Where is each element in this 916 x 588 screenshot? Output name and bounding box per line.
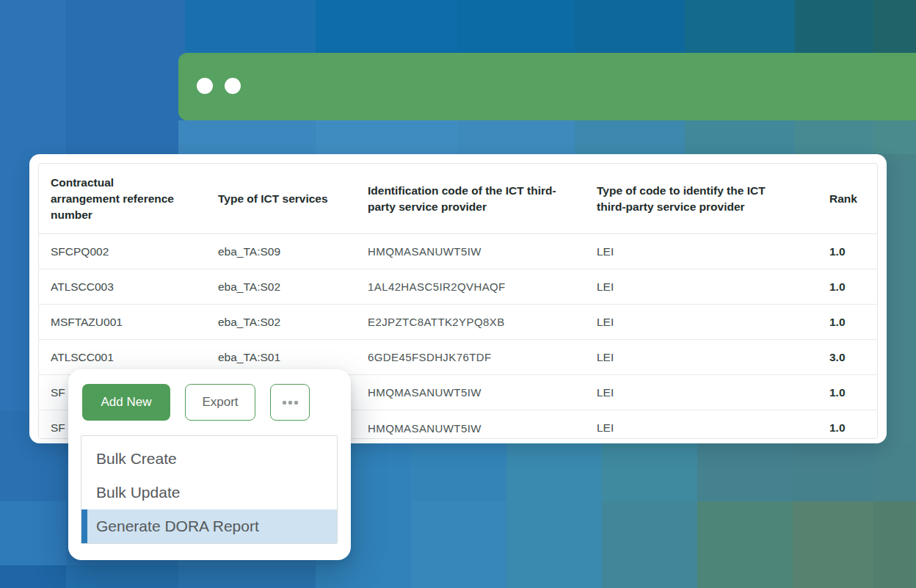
- menu-item-bulk-create[interactable]: Bulk Create: [81, 442, 337, 476]
- mosaic-tile: [685, 0, 795, 53]
- table-row[interactable]: ATLSCC003 eba_TA:S02 1AL42HASC5IR2QVHAQF…: [39, 269, 877, 305]
- ellipsis-icon: [283, 401, 286, 404]
- mosaic-tile: [602, 443, 697, 501]
- column-header: Type of code to identify the ICT third-p…: [597, 183, 829, 215]
- mosaic-tile: [873, 443, 916, 501]
- more-actions-button[interactable]: [270, 384, 310, 421]
- table-cell: ATLSCC001: [51, 351, 218, 364]
- mosaic-tile: [66, 0, 185, 53]
- mosaic-tile: [873, 0, 916, 53]
- column-header: Contractual arrangement reference number: [51, 175, 218, 223]
- table-cell: 1AL42HASC5IR2QVHAQF: [368, 280, 597, 293]
- more-actions-menu: Bulk Create Bulk Update Generate DORA Re…: [81, 435, 338, 544]
- mosaic-tile: [457, 0, 575, 53]
- mosaic-tile: [873, 501, 916, 588]
- table-cell: LEI: [597, 421, 829, 435]
- table-cell: LEI: [597, 245, 829, 258]
- mosaic-tile: [457, 120, 575, 154]
- mosaic-tile: [793, 501, 873, 588]
- table-cell: SFCPQ002: [51, 245, 218, 258]
- active-item-indicator: [81, 509, 87, 543]
- table-cell: HMQMASANUWT5IW: [368, 422, 597, 435]
- table-cell: ATLSCC003: [51, 280, 218, 294]
- menu-item-label: Bulk Update: [96, 484, 180, 501]
- mosaic-tile: [575, 120, 685, 154]
- table-cell: eba_TA:S09: [218, 245, 368, 258]
- mosaic-tile: [66, 53, 185, 154]
- mosaic-tile: [178, 120, 316, 154]
- column-header: Type of ICT services: [218, 191, 368, 207]
- mosaic-tile: [873, 120, 916, 154]
- add-new-button[interactable]: Add New: [82, 384, 170, 421]
- table-cell: 1.0: [829, 280, 878, 294]
- table-cell: LEI: [597, 351, 829, 364]
- window-titlebar: [178, 53, 916, 120]
- menu-item-label: Generate DORA Report: [96, 518, 259, 535]
- table-cell: HMQMASANUWT5IW: [368, 386, 597, 399]
- window-dot-icon: [225, 78, 241, 94]
- menu-item-bulk-update[interactable]: Bulk Update: [81, 476, 337, 509]
- mosaic-tile: [602, 501, 697, 588]
- table-cell: 1.0: [829, 245, 878, 258]
- table-cell: LEI: [597, 386, 829, 399]
- table-cell: eba_TA:S02: [218, 280, 368, 294]
- mosaic-tile: [795, 120, 873, 154]
- screenshot-root: Contractual arrangement reference number…: [0, 0, 916, 588]
- mosaic-tile: [411, 443, 506, 501]
- table-cell: eba_TA:S02: [218, 316, 368, 329]
- table-cell: 3.0: [829, 351, 878, 364]
- menu-item-label: Bulk Create: [96, 450, 177, 468]
- mosaic-tile: [685, 120, 795, 154]
- table-header-row: Contractual arrangement reference number…: [39, 164, 877, 234]
- mosaic-tile: [316, 0, 457, 53]
- table-cell: HMQMASANUWT5IW: [368, 245, 597, 258]
- mosaic-tile: [697, 501, 793, 588]
- table-cell: E2JPZTC8ATTK2YPQ8XB: [368, 316, 597, 328]
- ellipsis-icon: [294, 401, 298, 404]
- ellipsis-icon: [288, 401, 292, 404]
- table-cell: 1.0: [829, 386, 878, 399]
- mosaic-tile: [793, 443, 873, 501]
- mosaic-tile: [795, 0, 873, 53]
- table-cell: eba_TA:S01: [218, 351, 368, 364]
- table-row[interactable]: SFCPQ002 eba_TA:S09 HMQMASANUWT5IW LEI 1…: [39, 234, 877, 269]
- table-cell: MSFTAZU001: [51, 316, 218, 329]
- mosaic-tile: [66, 565, 178, 588]
- mosaic-tile: [411, 501, 506, 588]
- mosaic-tile: [0, 565, 66, 588]
- table-cell: 1.0: [829, 316, 878, 329]
- mosaic-tile: [575, 0, 685, 53]
- mosaic-tile: [506, 443, 602, 588]
- table-cell: LEI: [597, 316, 829, 329]
- mosaic-tile: [697, 443, 793, 501]
- table-cell: LEI: [597, 280, 829, 294]
- window-dot-icon: [197, 78, 213, 94]
- actions-toolbar: Add New Export: [82, 384, 310, 421]
- column-header: Identification code of the ICT third-par…: [368, 183, 597, 215]
- mosaic-tile: [0, 0, 66, 53]
- mosaic-tile: [178, 565, 316, 588]
- mosaic-tile: [0, 501, 66, 565]
- table-cell: 1.0: [829, 421, 878, 435]
- column-header: Rank: [829, 191, 878, 207]
- actions-popup: Add New Export Bulk Create Bulk Update G…: [68, 369, 351, 560]
- export-button[interactable]: Export: [185, 384, 255, 421]
- table-row[interactable]: MSFTAZU001 eba_TA:S02 E2JPZTC8ATTK2YPQ8X…: [39, 305, 877, 340]
- menu-item-generate-dora-report[interactable]: Generate DORA Report: [81, 509, 337, 543]
- mosaic-tile: [185, 0, 316, 53]
- mosaic-tile: [316, 120, 457, 154]
- table-cell: 6GDE45FSDHJK76TDF: [368, 351, 597, 363]
